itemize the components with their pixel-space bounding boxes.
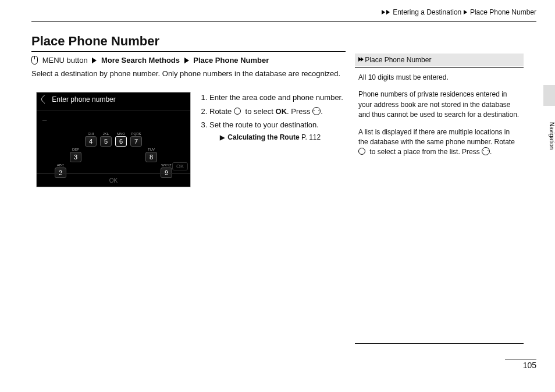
key-6-selected: MNO6 bbox=[115, 132, 127, 147]
instruction-list: Enter the area code and phone number. Ro… bbox=[199, 92, 344, 145]
device-header-text: Enter phone number bbox=[52, 95, 115, 104]
key-8: TUV8 bbox=[145, 148, 158, 162]
key-5: JKL5 bbox=[99, 132, 112, 147]
breadcrumb-seg-1: Entering a Destination bbox=[393, 8, 461, 16]
device-screenshot: Enter phone number _ GHI4 JKL5 MNO6 PQRS… bbox=[36, 92, 191, 187]
instruction-step-3: Set the route to your destination. ▶ Cal… bbox=[209, 119, 344, 142]
sidebar-paragraph: All 10 digits must be entered. bbox=[358, 73, 520, 83]
key-3: DEF3 bbox=[69, 148, 82, 162]
section-tab-navigation: Navigation bbox=[543, 109, 555, 159]
triangle-right-icon bbox=[361, 57, 364, 62]
nav-step-place-phone: Place Phone Number bbox=[193, 56, 269, 65]
nav-step-more-search: More Search Methods bbox=[101, 56, 180, 65]
triangle-right-icon bbox=[184, 58, 189, 63]
instruction-step-2: Rotate to select OK. Press . bbox=[209, 106, 344, 117]
sidebar-note-title: Place Phone Number bbox=[365, 56, 431, 64]
link-arrow-icon: ▶ bbox=[220, 133, 225, 142]
divider bbox=[31, 21, 536, 22]
triangle-right-icon bbox=[382, 10, 385, 15]
nav-step-menu: MENU button bbox=[42, 56, 88, 65]
divider bbox=[31, 51, 346, 52]
device-ok-button: OK bbox=[172, 162, 188, 170]
text-cursor: _ bbox=[42, 112, 47, 121]
rotary-dial-icon bbox=[358, 148, 368, 155]
page-title: Place Phone Number bbox=[31, 34, 159, 49]
device-input: _ bbox=[37, 111, 190, 124]
rotary-dial-icon bbox=[234, 107, 243, 114]
sidebar-paragraph: A list is displayed if there are multipl… bbox=[358, 127, 520, 158]
triangle-right-icon bbox=[464, 10, 467, 15]
press-selector-icon bbox=[482, 147, 490, 155]
keypad-row-top: GHI4 JKL5 MNO6 PQRS7 bbox=[37, 132, 190, 147]
cross-reference: ▶ Calculating the Route P. 112 bbox=[209, 132, 344, 142]
nav-path: MENU button More Search Methods Place Ph… bbox=[31, 56, 346, 65]
key-4: GHI4 bbox=[84, 132, 97, 147]
device-footer-center: OK bbox=[109, 177, 118, 184]
divider bbox=[355, 67, 524, 68]
sidebar-paragraph: Phone numbers of private residences ente… bbox=[358, 90, 520, 120]
device-header: Enter phone number bbox=[37, 92, 190, 111]
page-number: 105 bbox=[523, 361, 536, 370]
instruction-step-1: Enter the area code and phone number. bbox=[209, 92, 344, 104]
menu-button-icon bbox=[31, 56, 38, 65]
divider bbox=[355, 343, 524, 344]
device-footer: OK bbox=[37, 173, 190, 187]
key-7: PQRS7 bbox=[130, 132, 143, 147]
sidebar-note-header: Place Phone Number bbox=[355, 54, 524, 66]
press-selector-icon bbox=[312, 107, 321, 115]
sidebar-note-body: All 10 digits must be entered. Phone num… bbox=[355, 73, 524, 158]
sidebar-note: Place Phone Number All 10 digits must be… bbox=[355, 54, 524, 165]
breadcrumb-seg-2: Place Phone Number bbox=[470, 8, 536, 16]
section-tab-blank bbox=[543, 85, 555, 106]
keypad-row-mid: DEF3 TUV8 bbox=[37, 148, 190, 162]
intro-paragraph: Select a destination by phone number. On… bbox=[31, 69, 346, 79]
triangle-right-icon bbox=[386, 10, 390, 15]
divider bbox=[505, 359, 536, 359]
breadcrumb: Entering a Destination Place Phone Numbe… bbox=[382, 8, 536, 16]
triangle-right-icon bbox=[92, 58, 97, 63]
back-arrow-icon bbox=[40, 95, 49, 104]
